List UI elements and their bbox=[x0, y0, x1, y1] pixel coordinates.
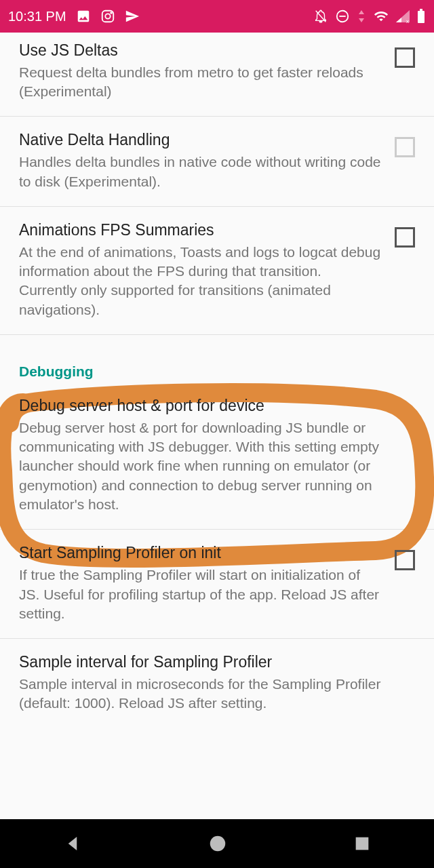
svg-text:x: x bbox=[406, 18, 409, 24]
svg-point-8 bbox=[210, 836, 226, 852]
setting-desc: Request delta bundles from metro to get … bbox=[19, 63, 382, 102]
checkbox[interactable] bbox=[395, 137, 415, 157]
setting-text: Start Sampling Profiler on init If true … bbox=[19, 543, 382, 623]
setting-text: Animations FPS Summaries At the end of a… bbox=[19, 220, 382, 319]
recents-button[interactable] bbox=[353, 834, 372, 853]
setting-sample-interval[interactable]: Sample interval for Sampling Profiler Sa… bbox=[0, 639, 434, 728]
setting-text: Sample interval for Sampling Profiler Sa… bbox=[19, 652, 415, 713]
svg-point-1 bbox=[105, 14, 110, 18]
setting-desc: Sample interval in microseconds for the … bbox=[19, 675, 415, 713]
status-left: 10:31 PM bbox=[8, 9, 140, 24]
svg-rect-9 bbox=[356, 837, 369, 850]
setting-desc: Debug server host & port for downloading… bbox=[19, 418, 415, 515]
send-icon bbox=[125, 9, 140, 24]
setting-desc: If true the Sampling Profiler will start… bbox=[19, 566, 382, 623]
image-icon bbox=[76, 9, 91, 24]
checkbox[interactable] bbox=[395, 227, 415, 248]
navigation-bar bbox=[0, 819, 434, 868]
notifications-off-icon bbox=[313, 9, 328, 24]
svg-rect-7 bbox=[420, 9, 422, 11]
signal-icon: x bbox=[396, 9, 410, 24]
status-right: x bbox=[313, 8, 426, 24]
home-button[interactable] bbox=[208, 833, 228, 854]
setting-animations-fps[interactable]: Animations FPS Summaries At the end of a… bbox=[0, 207, 434, 335]
setting-start-sampling-profiler[interactable]: Start Sampling Profiler on init If true … bbox=[0, 530, 434, 639]
data-sync-icon bbox=[357, 9, 366, 24]
setting-title: Start Sampling Profiler on init bbox=[19, 543, 382, 563]
setting-text: Native Delta Handling Handles delta bund… bbox=[19, 130, 382, 191]
svg-rect-6 bbox=[418, 11, 425, 23]
settings-list[interactable]: Use JS Deltas Request delta bundles from… bbox=[0, 33, 434, 819]
setting-text: Use JS Deltas Request delta bundles from… bbox=[19, 41, 382, 101]
setting-native-delta-handling[interactable]: Native Delta Handling Handles delta bund… bbox=[0, 117, 434, 206]
highlighted-setting: Debug server host & port for device Debu… bbox=[0, 382, 434, 529]
do-not-disturb-icon bbox=[335, 9, 350, 24]
setting-title: Native Delta Handling bbox=[19, 130, 382, 150]
section-header-debugging: Debugging bbox=[0, 335, 434, 382]
setting-title: Sample interval for Sampling Profiler bbox=[19, 652, 415, 672]
setting-title: Use JS Deltas bbox=[19, 41, 382, 60]
wifi-icon bbox=[373, 9, 389, 24]
back-button[interactable] bbox=[62, 833, 83, 854]
setting-debug-server-host-port[interactable]: Debug server host & port for device Debu… bbox=[0, 382, 434, 529]
checkbox[interactable] bbox=[395, 47, 415, 68]
svg-point-2 bbox=[111, 12, 112, 14]
battery-icon bbox=[416, 8, 426, 24]
checkbox[interactable] bbox=[395, 550, 415, 570]
status-bar: 10:31 PM x bbox=[0, 0, 434, 33]
status-time: 10:31 PM bbox=[8, 9, 66, 24]
instagram-icon bbox=[100, 9, 115, 24]
setting-desc: Handles delta bundles in native code wit… bbox=[19, 153, 382, 191]
setting-title: Debug server host & port for device bbox=[19, 396, 415, 416]
setting-text: Debug server host & port for device Debu… bbox=[19, 396, 415, 514]
setting-desc: At the end of animations, Toasts and log… bbox=[19, 243, 382, 319]
setting-title: Animations FPS Summaries bbox=[19, 220, 382, 240]
setting-use-js-deltas[interactable]: Use JS Deltas Request delta bundles from… bbox=[0, 33, 434, 117]
